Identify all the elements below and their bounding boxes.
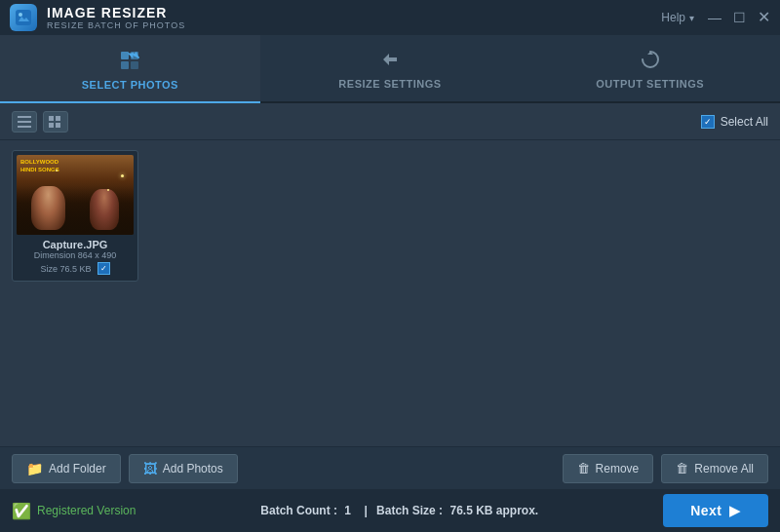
- tab-select-photos[interactable]: SELECT PHOTOS: [0, 35, 260, 101]
- add-photos-button[interactable]: 🖼 Add Photos: [129, 454, 238, 483]
- titlebar: IMAGE RESIZER RESIZE BATCH OF PHOTOS Hel…: [0, 0, 780, 35]
- svg-rect-10: [56, 116, 60, 121]
- minimize-button[interactable]: —: [708, 11, 722, 24]
- statusbar: ✅ Registered Version Batch Count : 1 | B…: [0, 489, 780, 532]
- svg-rect-8: [18, 126, 31, 128]
- photo-content-area: BOLLYWOODHINDI SONGS Capture.JPG Dimensi…: [0, 140, 780, 446]
- folder-icon: 📁: [26, 461, 43, 476]
- app-title: IMAGE RESIZER: [47, 5, 185, 20]
- svg-rect-4: [121, 61, 129, 69]
- batch-count-value: 1: [344, 504, 351, 517]
- svg-rect-7: [18, 121, 31, 123]
- titlebar-left: IMAGE RESIZER RESIZE BATCH OF PHOTOS: [10, 4, 185, 31]
- photo-icon: 🖼: [143, 461, 157, 476]
- select-all-checkbox[interactable]: ✓: [701, 115, 715, 129]
- grid-view-button[interactable]: [43, 111, 68, 133]
- svg-rect-11: [49, 123, 54, 128]
- photo-checkbox[interactable]: ✓: [98, 262, 110, 275]
- remove-all-button[interactable]: 🗑 Remove All: [661, 454, 768, 483]
- add-folder-button[interactable]: 📁 Add Folder: [12, 454, 121, 483]
- batch-info: Batch Count : 1 | Batch Size : 76.5 KB a…: [260, 504, 538, 517]
- tab-resize-settings-label: RESIZE SETTINGS: [338, 78, 441, 90]
- titlebar-right: Help ▾ — ☐ ✕: [661, 10, 770, 25]
- svg-rect-6: [18, 116, 31, 118]
- svg-rect-0: [16, 10, 31, 25]
- help-button[interactable]: Help ▾: [661, 11, 694, 24]
- registered-icon: ✅: [12, 502, 31, 520]
- resize-settings-icon: [378, 48, 402, 74]
- tab-output-settings-label: OUTPUT SETTINGS: [596, 78, 704, 90]
- batch-count-label: Batch Count :: [260, 504, 337, 517]
- titlebar-title: IMAGE RESIZER RESIZE BATCH OF PHOTOS: [47, 5, 185, 30]
- window-controls: — ☐ ✕: [708, 10, 770, 25]
- app-icon: [10, 4, 37, 31]
- separator: |: [364, 504, 367, 517]
- remove-button[interactable]: 🗑 Remove: [563, 454, 654, 483]
- next-arrow-icon: ▶: [729, 503, 741, 518]
- registered-status: ✅ Registered Version: [12, 502, 136, 520]
- registered-label: Registered Version: [37, 504, 136, 517]
- action-bar: 📁 Add Folder 🖼 Add Photos 🗑 Remove 🗑 Rem…: [0, 446, 780, 489]
- app-subtitle: RESIZE BATCH OF PHOTOS: [47, 20, 185, 30]
- svg-point-1: [19, 13, 22, 17]
- batch-size-value: 76.5 KB approx.: [449, 504, 538, 517]
- maximize-button[interactable]: ☐: [733, 11, 746, 24]
- batch-size-label: Batch Size :: [376, 504, 443, 517]
- photo-info: Capture.JPG Dimension 864 x 490 Size 76.…: [17, 235, 134, 277]
- svg-rect-12: [56, 123, 60, 128]
- select-photos-icon: [118, 49, 141, 75]
- svg-rect-2: [121, 52, 129, 59]
- thumbnail-text: BOLLYWOODHINDI SONGS: [20, 159, 59, 174]
- select-all-label: Select All: [721, 115, 768, 129]
- photo-filesize: Size 76.5 KB: [40, 264, 91, 274]
- trash-all-icon: 🗑: [676, 461, 688, 475]
- view-toggle-buttons: [12, 111, 68, 133]
- tab-select-photos-label: SELECT PHOTOS: [82, 79, 178, 91]
- view-toolbar: ✓ Select All: [0, 103, 780, 140]
- tab-output-settings[interactable]: OUTPUT SETTINGS: [520, 35, 780, 101]
- photo-size-row: Size 76.5 KB ✓: [19, 262, 132, 275]
- tab-bar: SELECT PHOTOS RESIZE SETTINGS OUTPUT SET…: [0, 35, 780, 103]
- close-button[interactable]: ✕: [758, 10, 770, 25]
- svg-rect-9: [49, 116, 54, 121]
- photo-filename: Capture.JPG: [19, 239, 132, 250]
- remove-buttons: 🗑 Remove 🗑 Remove All: [563, 454, 768, 483]
- list-view-button[interactable]: [12, 111, 37, 133]
- select-all-area[interactable]: ✓ Select All: [701, 115, 768, 129]
- list-item[interactable]: BOLLYWOODHINDI SONGS Capture.JPG Dimensi…: [12, 150, 138, 282]
- photo-grid: BOLLYWOODHINDI SONGS Capture.JPG Dimensi…: [12, 150, 768, 282]
- photo-thumbnail: BOLLYWOODHINDI SONGS: [17, 155, 134, 235]
- svg-rect-5: [131, 61, 138, 69]
- output-settings-icon: [639, 48, 662, 74]
- next-button[interactable]: Next ▶: [663, 494, 768, 527]
- tab-resize-settings[interactable]: RESIZE SETTINGS: [260, 35, 521, 101]
- add-buttons: 📁 Add Folder 🖼 Add Photos: [12, 454, 238, 483]
- photo-dimension: Dimension 864 x 490: [19, 250, 132, 260]
- trash-icon: 🗑: [577, 461, 590, 475]
